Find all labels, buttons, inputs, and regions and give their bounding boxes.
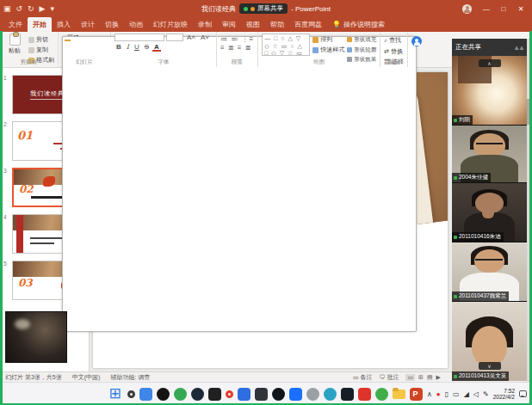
tray-caret-icon[interactable]: ∧ [427, 390, 432, 398]
red-app-icon[interactable] [358, 388, 371, 401]
search-icon[interactable] [127, 390, 135, 398]
slide-sorter-view-button[interactable]: ⊞ [418, 374, 424, 381]
paste-button[interactable]: 粘贴 [3, 34, 26, 59]
dark-z-app-icon[interactable] [341, 388, 354, 401]
font-color-button[interactable]: A [152, 43, 161, 51]
tell-me-search[interactable]: 💡 操作说明搜索 [327, 17, 390, 32]
close-button[interactable]: ✕ [513, 2, 529, 15]
tab-view[interactable]: 视图 [241, 17, 265, 32]
find-button[interactable]: ⌕ 查找 [384, 36, 404, 45]
black-circle-app-icon[interactable] [272, 388, 285, 401]
start-button[interactable] [110, 388, 123, 401]
strikethrough-button[interactable]: S [143, 43, 151, 51]
quick-styles-button[interactable]: 快速样式 [312, 46, 344, 54]
display-icon[interactable]: ▭ [453, 390, 460, 398]
file-explorer-icon[interactable] [393, 388, 405, 401]
normal-view-button[interactable]: ▭ [405, 374, 415, 381]
participant-video-4[interactable]: 2011010437魏紫兰 [452, 242, 527, 301]
arrange-button[interactable]: 排列 [312, 35, 344, 44]
notes-button[interactable]: ▭ 备注 [353, 373, 373, 382]
participant-video-5[interactable]: ∨ 2011010413吴文英 [452, 302, 527, 381]
tab-file[interactable]: 文件 [3, 17, 28, 32]
participant-3-label: 2011010416朱迪 [452, 232, 504, 242]
network-icon[interactable]: ◢ [464, 390, 469, 398]
clock[interactable]: 7:52 2022/4/2 [493, 388, 515, 401]
font-size-input[interactable] [166, 34, 183, 41]
cut-button[interactable]: 剪切 [28, 35, 54, 44]
thumbnail-3-leaf [43, 176, 55, 187]
app-title-text: - PowerPoint [291, 5, 331, 13]
reading-view-button[interactable]: ▤ [427, 374, 433, 381]
meeting-app-icon[interactable] [289, 388, 302, 401]
task-view-icon[interactable] [139, 388, 152, 401]
tab-help[interactable]: 帮助 [265, 17, 289, 32]
volume-icon[interactable]: ◁ [473, 390, 479, 398]
qat-customize-icon[interactable]: ▾ [51, 4, 55, 13]
language-indicator[interactable]: 中文(中国) [72, 373, 101, 382]
thumbnail-4-ribbon [16, 215, 23, 253]
comments-button[interactable]: 🗨 批注 [380, 373, 399, 382]
accessibility-indicator[interactable]: 辅助功能: 调查 [110, 373, 150, 382]
meeting-app-logo-icon: ▲▲ [513, 44, 523, 52]
paste-label: 粘贴 [9, 46, 21, 55]
green-app-icon[interactable] [174, 388, 187, 401]
undo-icon[interactable]: ↺ [16, 4, 23, 13]
netdisk-person-icon[interactable] [411, 36, 422, 46]
dark-square-app-icon[interactable] [255, 388, 268, 401]
blue-app-icon[interactable] [238, 388, 251, 401]
steam-icon[interactable] [191, 388, 204, 401]
collapse-panel-button[interactable]: ∧ [479, 59, 501, 67]
powerpoint-icon[interactable] [410, 388, 423, 401]
participant-video-3[interactable]: 2011010416朱迪 [452, 183, 527, 242]
maximize-button[interactable]: □ [496, 2, 511, 15]
green-pinwheel-icon[interactable] [375, 388, 388, 401]
titlebar: ▣ ↺ ↻ ▶ ▾ 我们读经典 屏幕共享 - PowerPoint — □ ✕ [0, 0, 532, 17]
shape-outline-button[interactable]: 形状轮廓 [347, 46, 376, 54]
pen-icon[interactable]: ✎ [483, 390, 489, 398]
copy-button[interactable]: 复制 [28, 46, 54, 54]
italic-button[interactable]: I [125, 43, 131, 51]
minimize-button[interactable]: — [479, 2, 494, 15]
meeting-panel: 正在共享 ▲▲ ∧ 刘阳 2004朱佳健 [452, 39, 527, 381]
account-avatar[interactable] [462, 4, 472, 14]
notifications-icon[interactable] [519, 390, 527, 397]
tab-design[interactable]: 设计 [76, 17, 100, 32]
participant-2-face [473, 133, 505, 157]
replace-button[interactable]: ⇄ 替换 [384, 47, 404, 56]
slideshow-view-button[interactable]: ▶ [436, 374, 441, 381]
grey-pinwheel-icon[interactable] [306, 388, 319, 401]
redo-icon[interactable]: ↻ [28, 4, 34, 13]
tab-transitions[interactable]: 切换 [100, 17, 124, 32]
tab-animations[interactable]: 动画 [124, 17, 148, 32]
participant-video-2[interactable]: 2004朱佳健 [452, 126, 527, 182]
shape-fill-button[interactable]: 形状填充 [347, 36, 376, 44]
tab-baidu-netdisk[interactable]: 百度网盘 [289, 17, 327, 32]
scroll-more-participants-button[interactable]: ∨ [479, 362, 501, 370]
meeting-panel-header[interactable]: 正在共享 ▲▲ [452, 39, 527, 56]
tab-insert[interactable]: 插入 [52, 17, 76, 32]
self-video-floating-tile[interactable] [5, 311, 67, 363]
align-icons[interactable]: ≡ ≣ ≡ ≣ [220, 45, 254, 51]
qq-icon[interactable] [157, 388, 170, 401]
red-ring-app-icon[interactable] [226, 390, 233, 398]
tab-home[interactable]: 开始 [28, 17, 52, 32]
new-slide-button[interactable]: 新建 幻灯片 [62, 34, 84, 59]
shapes-gallery[interactable]: — □ ○ △ ▽ ◇ ☆ ▭ ○ △ □ ◇ ▽ ☆ ▭ [262, 34, 310, 56]
tab-record[interactable]: 录制 [193, 17, 217, 32]
copy-label: 复制 [36, 46, 48, 54]
bullets-icon[interactable]: ≔ ≕ ⋮≡ [220, 36, 254, 42]
edge-icon[interactable] [324, 388, 337, 401]
dark-app-icon[interactable] [208, 388, 221, 401]
underline-button[interactable]: U [133, 43, 141, 51]
tab-review[interactable]: 审阅 [217, 17, 241, 32]
tab-slideshow[interactable]: 幻灯片放映 [148, 17, 193, 32]
bold-button[interactable]: B [114, 43, 123, 51]
tray-red-app-icon[interactable]: ● [436, 390, 441, 398]
grow-font-icon[interactable]: A˄ [185, 34, 197, 41]
meeting-share-pill[interactable]: 屏幕共享 [239, 3, 288, 14]
font-name-input[interactable] [114, 34, 164, 41]
start-slideshow-icon[interactable]: ▶ [40, 4, 46, 13]
shrink-font-icon[interactable]: A˅ [199, 34, 211, 41]
save-icon[interactable]: ▣ [3, 4, 11, 13]
microphone-icon[interactable]: ▯ [445, 390, 448, 398]
